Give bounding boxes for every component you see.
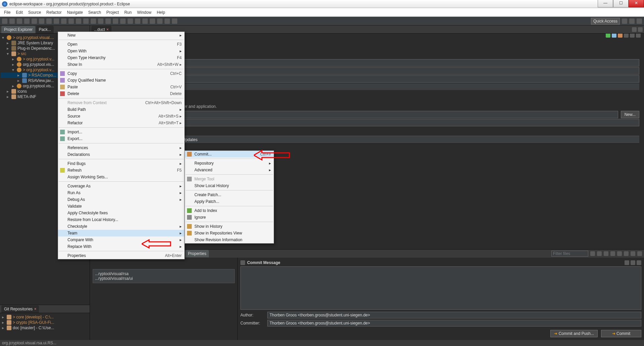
toolbar-icon[interactable] [32,18,37,24]
menu-search[interactable]: Search [86,9,104,16]
menu-item-show-local-history[interactable]: Show Local History [185,182,274,189]
help-icon[interactable] [636,34,641,38]
menu-item-import[interactable]: Import... [58,129,184,135]
sync-icon[interactable] [630,34,635,38]
menu-item-advanced[interactable]: Advanced▸ [185,167,274,173]
validate-icon[interactable] [624,34,629,38]
menu-source[interactable]: Source [26,9,44,16]
toolbar-icon[interactable] [61,18,66,24]
staging-icon[interactable] [597,251,602,256]
toolbar-icon[interactable] [46,18,52,24]
minimize-button[interactable]: — [598,0,613,7]
menu-window[interactable]: Window [134,9,154,16]
menu-item-show-in-history[interactable]: Show in History [185,223,274,230]
tab-project-explorer[interactable]: Project Explorer [1,26,35,33]
toolbar-icon[interactable] [54,18,59,24]
amend-icon[interactable] [625,260,629,265]
toolbar-icon[interactable] [157,18,163,24]
toolbar-icon[interactable] [135,18,140,24]
menu-item-add-to-index[interactable]: Add to Index [185,207,274,214]
menu-item-repository[interactable]: Repository▸ [185,160,274,167]
quick-access[interactable]: Quick Access [591,18,620,25]
menu-item-refactor[interactable]: RefactorAlt+Shift+T ▸ [58,120,184,126]
repo-node[interactable]: ▸> crypto [RSA-GUI-Fi... [1,320,89,325]
menu-item-run-as[interactable]: Run As▸ [58,189,184,196]
menu-item-references[interactable]: References▸ [58,144,184,151]
menu-item-apply-patch[interactable]: Apply Patch... [185,198,274,205]
menu-item-copy[interactable]: CopyCtrl+C [58,70,184,77]
git-repos-tree[interactable]: ▸> core [develop] - C:\...▸> crypto [RSA… [0,313,90,340]
menu-item-build-path[interactable]: Build Path▸ [58,106,184,113]
close-button[interactable]: ✕ [629,0,644,7]
minimize-view-icon[interactable] [631,251,635,256]
debug-icon[interactable] [612,34,616,38]
toolbar-icon[interactable] [128,18,133,24]
tab-package-explorer[interactable]: Pack... [36,26,54,33]
menu-help[interactable]: Help [154,9,168,16]
perspective-icon[interactable] [622,18,627,24]
toolbar-icon[interactable] [120,18,126,24]
staged-file[interactable]: ...ryptool/visual/rsa/ui [95,276,232,281]
staging-icon[interactable] [604,251,608,256]
menu-item-validate[interactable]: Validate [58,203,184,210]
maximize-view-icon[interactable] [638,27,643,32]
toolbar-icon[interactable] [83,18,89,24]
menu-item-show-revision-information[interactable]: Show Revision Information [185,236,274,243]
close-icon[interactable]: × [34,307,36,311]
changeid-icon[interactable] [637,260,641,265]
menu-item-restore-from-local-history[interactable]: Restore from Local History... [58,216,184,223]
staged-file[interactable]: ...ryptool/visual/rsa [95,271,232,276]
menu-item-open-with[interactable]: Open With▸ [58,48,184,54]
menu-item-debug-as[interactable]: Debug As▸ [58,196,184,203]
menu-item-create-patch[interactable]: Create Patch... [185,191,274,198]
toolbar-icon[interactable] [113,18,118,24]
menu-navigate[interactable]: Navigate [64,9,85,16]
toolbar-icon[interactable] [98,18,103,24]
tab-git-repositories[interactable]: Git Repositories × [1,305,39,313]
menu-item-coverage-as[interactable]: Coverage As▸ [58,183,184,189]
menu-run[interactable]: Run [122,9,134,16]
repo-node[interactable]: ▸> core [develop] - C:\... [1,314,89,320]
menu-item-refresh[interactable]: RefreshF5 [58,167,184,174]
menu-item-show-in-repositories-view[interactable]: Show in Repositories View [185,230,274,236]
toolbar-icon[interactable] [142,18,148,24]
maximize-view-icon[interactable] [637,251,642,256]
context-menu-package[interactable]: New▸OpenF3Open With▸Open Type HierarchyF… [58,32,185,259]
menu-item-ignore[interactable]: Ignore [185,214,274,221]
menu-project[interactable]: Project [104,9,122,16]
committer-field[interactable] [267,320,641,327]
signoff-icon[interactable] [631,260,635,265]
menu-file[interactable]: File [1,9,13,16]
toolbar-icon[interactable] [172,18,177,24]
export-icon[interactable] [618,34,623,38]
menu-item-team[interactable]: Team▸ [58,230,184,236]
menu-item-assign-working-sets[interactable]: Assign Working Sets... [58,174,184,180]
menu-refactor[interactable]: Refactor [44,9,64,16]
staging-icon[interactable] [617,251,622,256]
staging-icon[interactable] [590,251,595,256]
menu-item-properties[interactable]: PropertiesAlt+Enter [58,252,184,259]
context-menu-team[interactable]: Commit...Ctrl+#Repository▸Advanced▸Merge… [185,150,274,244]
minimize-view-icon[interactable] [632,27,637,32]
toolbar-icon[interactable] [68,18,74,24]
menu-item-open-type-hierarchy[interactable]: Open Type HierarchyF4 [58,54,184,61]
toolbar-icon[interactable] [105,18,111,24]
menu-item-declarations[interactable]: Declarations▸ [58,151,184,158]
tab-properties[interactable]: Properties [185,250,209,257]
filter-files-input[interactable] [551,251,588,257]
menu-item-checkstyle[interactable]: Checkstyle▸ [58,223,184,230]
author-field[interactable] [267,312,641,318]
commit-button[interactable]: ➜ Commit [601,330,641,337]
perspective-icon[interactable] [637,18,642,24]
toolbar-icon[interactable] [76,18,81,24]
menu-edit[interactable]: Edit [13,9,26,16]
menu-item-paste[interactable]: PasteCtrl+V [58,84,184,90]
maximize-button[interactable]: ☐ [613,0,629,7]
menu-item-export[interactable]: Export... [58,135,184,142]
commit-and-push-button[interactable]: ➜ Commit and Push... [550,330,598,337]
perspective-icon[interactable] [629,18,635,24]
staging-icon[interactable] [610,251,615,256]
toolbar-icon[interactable] [150,18,155,24]
menu-item-open[interactable]: OpenF3 [58,41,184,48]
toolbar-icon[interactable] [24,18,30,24]
